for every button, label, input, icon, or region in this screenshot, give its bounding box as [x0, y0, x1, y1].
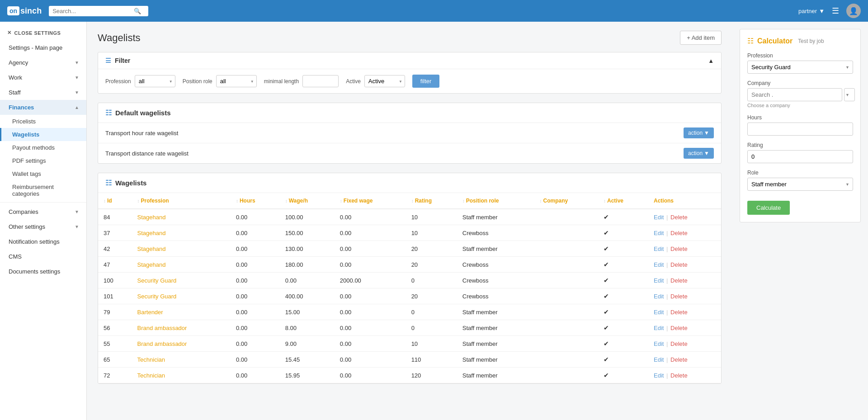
table-header: ↕Id ↕Profession ↕Hours ↕Wage/h ↕Fixed wa…: [98, 193, 721, 209]
delete-link-9[interactable]: Delete: [670, 356, 688, 363]
profession-link-5[interactable]: Security Guard: [137, 293, 177, 300]
col-header-id[interactable]: ↕Id: [98, 193, 132, 209]
sidebar-sub-reimbursement[interactable]: Reimbursement categories: [0, 180, 86, 200]
edit-link-0[interactable]: Edit: [654, 214, 664, 221]
sidebar-sub-pdf-settings[interactable]: PDF settings: [0, 154, 86, 167]
add-item-button[interactable]: + Add item: [680, 31, 722, 45]
cell-position-role-10: Staff member: [457, 368, 534, 383]
sidebar-sub-pricelists[interactable]: Pricelists: [0, 115, 86, 128]
pipe-5: |: [666, 293, 670, 300]
edit-link-8[interactable]: Edit: [654, 340, 664, 347]
cell-id-9: 65: [98, 352, 132, 368]
edit-link-2[interactable]: Edit: [654, 245, 664, 252]
calculate-button[interactable]: Calculate: [747, 201, 790, 215]
delete-link-3[interactable]: Delete: [670, 261, 688, 268]
profession-link-9[interactable]: Technician: [137, 356, 165, 363]
profession-link-7[interactable]: Brand ambassador: [137, 325, 187, 331]
sidebar-sub-payout-methods[interactable]: Payout methods: [0, 141, 86, 154]
sidebar-item-other-settings[interactable]: Other settings ▼: [0, 219, 86, 234]
sidebar-item-notification-settings[interactable]: Notification settings: [0, 234, 86, 249]
logo[interactable]: onsinch: [7, 6, 42, 16]
sidebar-item-staff[interactable]: Staff ▼: [0, 85, 86, 100]
col-header-wage-h[interactable]: ↕Wage/h: [280, 193, 335, 209]
sidebar-item-finances[interactable]: Finances ▲: [0, 100, 86, 115]
filter-collapse-icon[interactable]: ▲: [708, 57, 714, 64]
edit-link-4[interactable]: Edit: [654, 277, 664, 284]
calc-company-search-input[interactable]: [747, 88, 842, 101]
filter-button[interactable]: filter: [412, 75, 440, 88]
search-bar[interactable]: 🔍: [49, 6, 148, 16]
sidebar-sub-wallet-tags[interactable]: Wallet tags: [0, 167, 86, 180]
filter-profession-select[interactable]: all: [135, 75, 175, 87]
col-header-hours[interactable]: ↕Hours: [231, 193, 280, 209]
filter-header[interactable]: ☰ Filter ▲: [98, 52, 721, 69]
sidebar-item-notification-settings-label: Notification settings: [9, 238, 60, 245]
wagelists-table-section: ☷ Wagelists ↕Id ↕Profession ↕Hours ↕Wage…: [98, 173, 722, 384]
cell-active-5: ✔: [598, 288, 648, 304]
split-view-icon[interactable]: ☰: [832, 6, 839, 16]
delete-link-8[interactable]: Delete: [670, 340, 688, 347]
sidebar-item-work[interactable]: Work ▼: [0, 70, 86, 85]
calc-company-hint: Choose a company: [747, 103, 853, 108]
filter-active-select[interactable]: Active: [364, 75, 405, 87]
col-header-profession[interactable]: ↕Profession: [132, 193, 231, 209]
edit-link-1[interactable]: Edit: [654, 230, 664, 236]
profession-link-8[interactable]: Brand ambassador: [137, 340, 187, 347]
profession-link-10[interactable]: Technician: [137, 372, 165, 379]
cell-fixed-wage-3: 0.00: [335, 257, 406, 273]
edit-link-7[interactable]: Edit: [654, 325, 664, 331]
delete-link-5[interactable]: Delete: [670, 293, 688, 300]
cell-actions-6: Edit | Delete: [648, 304, 721, 320]
delete-link-4[interactable]: Delete: [670, 277, 688, 284]
col-header-rating[interactable]: ↕Rating: [406, 193, 457, 209]
profession-link-6[interactable]: Bartender: [137, 309, 163, 316]
delete-link-10[interactable]: Delete: [670, 372, 688, 379]
edit-link-6[interactable]: Edit: [654, 309, 664, 316]
col-header-fixed-wage[interactable]: ↕Fixed wage: [335, 193, 406, 209]
calc-company-dropdown[interactable]: [844, 88, 855, 101]
delete-link-6[interactable]: Delete: [670, 309, 688, 316]
sidebar-item-settings-main[interactable]: Settings - Main page: [0, 40, 86, 55]
user-avatar[interactable]: 👤: [846, 4, 861, 18]
delete-link-2[interactable]: Delete: [670, 245, 688, 252]
default-row-0-action-button[interactable]: action ▼: [684, 127, 714, 138]
delete-link-1[interactable]: Delete: [670, 230, 688, 236]
profession-link-0[interactable]: Stagehand: [137, 214, 166, 221]
partner-dropdown[interactable]: partner ▼: [798, 8, 825, 14]
edit-link-10[interactable]: Edit: [654, 372, 664, 379]
sidebar-item-companies[interactable]: Companies ▼: [0, 204, 86, 219]
profession-link-4[interactable]: Security Guard: [137, 277, 177, 284]
profession-link-1[interactable]: Stagehand: [137, 230, 166, 236]
cell-fixed-wage-10: 0.00: [335, 368, 406, 383]
sidebar-item-documents-settings[interactable]: Documents settings: [0, 264, 86, 279]
action-chevron-icon-1: ▼: [704, 150, 709, 156]
sidebar-item-cms[interactable]: CMS: [0, 249, 86, 264]
close-settings-button[interactable]: ✕ CLOSE SETTINGS: [0, 25, 86, 40]
col-header-company[interactable]: ↕Company: [534, 193, 598, 209]
edit-link-3[interactable]: Edit: [654, 261, 664, 268]
default-row-1-action-button[interactable]: action ▼: [684, 148, 714, 159]
edit-link-9[interactable]: Edit: [654, 356, 664, 363]
cell-rating-2: 20: [406, 241, 457, 257]
cell-id-5: 101: [98, 288, 132, 304]
edit-link-5[interactable]: Edit: [654, 293, 664, 300]
delete-link-7[interactable]: Delete: [670, 325, 688, 331]
calc-profession-select[interactable]: Security Guard: [747, 61, 853, 74]
table-row: 47 Stagehand 0.00 180.00 0.00 20 Crewbos…: [98, 257, 721, 273]
sidebar-item-agency[interactable]: Agency ▼: [0, 55, 86, 70]
delete-link-0[interactable]: Delete: [670, 214, 688, 221]
calc-hours-input[interactable]: [747, 123, 853, 136]
sidebar-sub-wagelists[interactable]: Wagelists: [0, 128, 86, 141]
calc-role-select[interactable]: Staff member: [747, 178, 853, 191]
calc-rating-input[interactable]: [747, 150, 853, 163]
col-header-position-role[interactable]: ↕Position role: [457, 193, 534, 209]
filter-position-role-select[interactable]: all: [216, 75, 257, 87]
filter-minimal-length-input[interactable]: [302, 75, 339, 87]
profession-link-2[interactable]: Stagehand: [137, 245, 166, 252]
cell-profession-3: Stagehand: [132, 257, 231, 273]
col-header-active[interactable]: ↕Active: [598, 193, 648, 209]
pipe-10: |: [666, 372, 670, 379]
profession-link-3[interactable]: Stagehand: [137, 261, 166, 268]
search-input[interactable]: [52, 8, 134, 14]
cell-actions-7: Edit | Delete: [648, 320, 721, 336]
